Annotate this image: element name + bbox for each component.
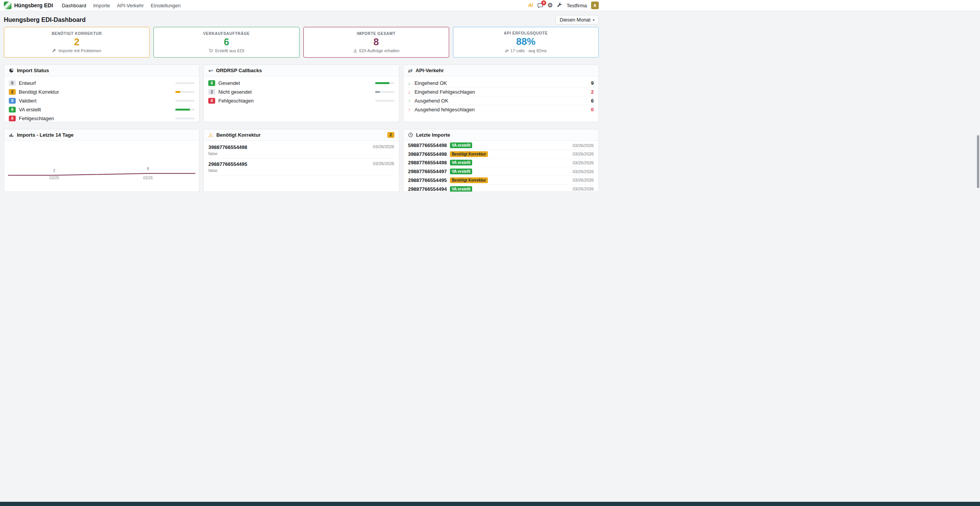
status-row: 2 Benötigt Korrektur [9, 88, 194, 96]
brand[interactable]: Hüngsberg EDI [4, 2, 53, 9]
traffic-value: 6 [591, 98, 594, 104]
count-badge: 0 [208, 98, 215, 104]
nav-item-dashboard[interactable]: Dashboard [58, 3, 90, 8]
nav-item-importe[interactable]: Importe [90, 3, 114, 8]
import-status-panel: Import Status 0 Entwurf 2 Benötigt Korre… [4, 64, 199, 122]
import-number: 39887766554498 [408, 151, 447, 157]
status-label: Entwurf [19, 80, 36, 86]
chart-x-label: 03/25 [49, 176, 59, 180]
period-selector-value: Diesen Monat [560, 17, 590, 23]
traffic-value: 9 [591, 80, 594, 86]
recent-import-row[interactable]: 29887766554498 VA erstellt 03/26/2026 [408, 159, 594, 167]
count-badge: 6 [208, 80, 215, 86]
recent-import-row[interactable]: 59887766554498 VA erstellt 03/26/2026 [408, 141, 594, 150]
status-badge: VA erstellt [450, 160, 472, 165]
chart-value-label: 2 [53, 169, 56, 173]
panel-title: Letzte Importe [416, 132, 450, 138]
clock-icon [408, 132, 413, 137]
api-verkehr-panel: ⇄ API-Verkehr ↓ Eingehend OK 9 ↓ Eingehe… [403, 64, 599, 122]
cart-icon [209, 48, 213, 53]
nav-item-api-verkehr[interactable]: API-Verkehr [114, 3, 147, 8]
import-date: 03/26/2026 [573, 160, 594, 165]
scrollbar-thumb[interactable] [977, 135, 979, 188]
traffic-label: Eingehend OK [415, 80, 447, 86]
panel-title: Import Status [17, 68, 49, 73]
brand-logo [4, 2, 12, 9]
warning-icon: ⚠ [208, 132, 213, 138]
ai-icon[interactable]: AI [528, 3, 533, 8]
progress-bar [175, 100, 194, 102]
ordrsp-callbacks-panel: ↩ ORDRSP Callbacks 6 Gesendet 2 Nicht ge… [203, 64, 399, 122]
navbar: Hüngsberg EDI Dashboard Importe API-Verk… [0, 0, 980, 11]
recent-import-row[interactable]: 29887766554497 VA erstellt 03/26/2026 [408, 167, 594, 176]
import-number: 59887766554498 [408, 142, 447, 148]
import-number: 29887766554497 [408, 169, 447, 174]
imports-chart-panel: Imports - Letzte 14 Tage 2 6 03/25 03/26 [4, 129, 199, 192]
import-number: 29887766554495 [408, 177, 447, 183]
status-label: Nicht gesendet [218, 89, 252, 95]
recent-import-row[interactable]: 29887766554494 VA erstellt 03/26/2026 [408, 185, 594, 192]
chart-value-label: 6 [147, 167, 149, 171]
avatar[interactable]: A [591, 2, 599, 9]
stat-card-benoetigt-korrektur: BENÖTIGT KORREKTUR 2 Importe mit Problem… [4, 27, 150, 58]
wrench-icon [52, 49, 56, 53]
status-row: 0 Fehlgeschlagen [208, 96, 394, 105]
recent-import-row[interactable]: 29887766554495 Benötigt Korrektur 03/26/… [408, 176, 594, 185]
stat-caption: 17 calls · avg 82ms [511, 48, 547, 53]
status-badge: VA erstellt [450, 186, 472, 192]
progress-bar [175, 117, 194, 119]
count-badge: 0 [9, 98, 16, 104]
status-row: 6 Gesendet [208, 79, 394, 88]
progress-bar [375, 100, 394, 102]
status-badge: VA erstellt [450, 169, 472, 174]
download-icon [353, 48, 357, 53]
stat-caption: Importe mit Problemen [58, 48, 101, 53]
import-number: 29887766554495 [208, 161, 394, 167]
status-label: Gesendet [218, 80, 240, 86]
import-number: 29887766554494 [408, 186, 447, 192]
count-badge: 2 [387, 132, 394, 138]
status-label: VA erstellt [19, 107, 41, 112]
stat-value: 8 [374, 37, 379, 48]
status-row: 6 VA erstellt [9, 105, 194, 114]
import-note: false [208, 151, 394, 156]
chat-icon[interactable]: 4 [537, 3, 543, 8]
import-date: 03/26/2026 [573, 187, 594, 191]
bottom-bar [0, 502, 980, 506]
nav-item-einstellungen[interactable]: Einstellungen [147, 3, 184, 8]
count-badge: 0 [9, 116, 16, 121]
traffic-value: 2 [591, 89, 594, 95]
recent-import-row[interactable]: 39887766554498 Benötigt Korrektur 03/26/… [408, 150, 594, 159]
traffic-label: Eingehend Fehlgeschlagen [415, 89, 475, 95]
import-note: false [208, 168, 394, 173]
progress-bar [175, 82, 194, 84]
imports-chart-svg: 2 6 03/25 03/26 [4, 141, 199, 192]
reply-icon: ↩ [208, 68, 213, 73]
arrow-up-icon: ↑ [408, 98, 415, 103]
status-row: 0 Validiert [9, 96, 194, 105]
traffic-label: Ausgehend OK [415, 98, 448, 104]
stat-label: BENÖTIGT KORREKTUR [52, 31, 102, 36]
api-traffic-row: ↑ Ausgehend fehlgeschlagen 0 [408, 105, 594, 114]
gear-icon[interactable]: ⚙ [547, 2, 553, 8]
main-nav: Dashboard Importe API-Verkehr Einstellun… [58, 3, 184, 8]
status-label: Validiert [19, 98, 36, 104]
status-row: 2 Nicht gesendet [208, 88, 394, 96]
stat-label: API ERFOLGSQUOTE [504, 31, 548, 35]
progress-bar [375, 91, 394, 93]
traffic-value: 0 [591, 107, 594, 112]
correction-list-item[interactable]: 39887766554498 false 03/26/2026 [208, 142, 394, 159]
notification-badge: 4 [541, 0, 546, 5]
stat-card-api-erfolgsquote: API ERFOLGSQUOTE 88% ⇄ 17 calls · avg 82… [453, 27, 599, 58]
count-badge: 2 [208, 89, 215, 95]
correction-list-item[interactable]: 29887766554495 false 03/26/2026 [208, 159, 394, 175]
stat-value: 2 [74, 37, 79, 48]
stat-label: VERKAUFSAUFTRÄGE [203, 31, 250, 36]
count-badge: 2 [9, 89, 16, 95]
api-traffic-row: ↓ Eingehend Fehlgeschlagen 2 [408, 88, 594, 96]
status-badge: Benötigt Korrektur [450, 177, 488, 183]
navbar-actions: AI 4 ⚙ Testfirma A [528, 2, 599, 9]
wrench-icon[interactable] [557, 3, 562, 8]
exchange-icon: ⇄ [505, 48, 508, 53]
period-selector[interactable]: Diesen Monat ▾ [555, 15, 599, 25]
